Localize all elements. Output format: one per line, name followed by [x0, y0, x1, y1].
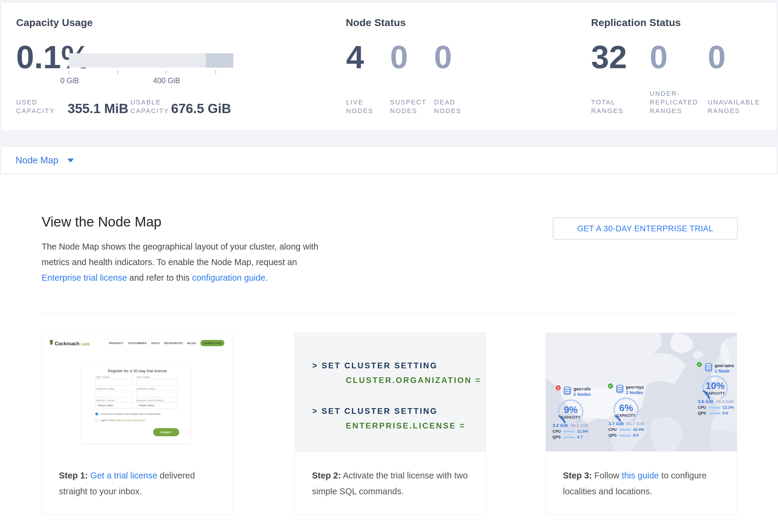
step2-thumbnail: > SET CLUSTER SETTING CLUSTER.ORGANIZATI…	[295, 333, 486, 452]
field-label: REASON FOR INTEREST	[136, 399, 177, 401]
sql-commands: > SET CLUSTER SETTING CLUSTER.ORGANIZATI…	[295, 333, 486, 451]
description-text: and refer to this	[127, 273, 192, 283]
brand-suffix: LABS	[81, 343, 90, 346]
step2-caption: Step 2: Activate the trial license with …	[295, 452, 486, 500]
nav-item: BLOG	[187, 342, 196, 345]
locality-name: geo=nyc	[626, 384, 644, 390]
node-map-thumbnail: 1 geo=sfo 2 Nodes 9%CAPACITY 3.2 GiB35.1…	[546, 333, 737, 452]
mini-site-nav: PRODUCT CUSTOMERS DOCS RESOURCES BLOG DO…	[109, 340, 224, 346]
step1-thumbnail: Cockroach LABS PRODUCT CUSTOMERS DOCS RE…	[42, 333, 233, 452]
qps-sparkline	[709, 411, 720, 415]
checked-checkbox-icon	[95, 412, 98, 415]
healthy-badge-icon: ✓	[607, 383, 614, 389]
enterprise-trial-license-link[interactable]: Enterprise trial license	[42, 273, 127, 283]
error-count-badge: 1	[555, 384, 561, 391]
used-capacity-value: 355.1 MiB	[68, 101, 128, 116]
capacity-percent: 6%	[611, 402, 641, 413]
chevron-down-icon	[67, 159, 74, 162]
axis-tick	[215, 70, 216, 75]
description-text: The Node Map shows the geographical layo…	[42, 242, 318, 267]
this-guide-link[interactable]: this guide	[622, 471, 659, 480]
license-agreement-link: Software License Agreement.	[114, 419, 146, 422]
replication-status-title: Replication Status	[591, 17, 681, 28]
step-label: Step 2:	[312, 471, 341, 480]
map-node-sfo: 1 geo=sfo 2 Nodes 9%CAPACITY 3.2 GiB35.1…	[555, 386, 591, 439]
step-label: Step 3:	[563, 471, 592, 480]
map-node-ams: ✓ geo=ams 1 Node 10%CAPACITY 3.6 GiB34.4…	[696, 363, 734, 415]
trial-license-form: Register for a 30-day trial license FIRS…	[81, 365, 191, 444]
locality-name: geo=sfo	[573, 386, 591, 391]
mini-site-header: Cockroach LABS PRODUCT CUSTOMERS DOCS RE…	[49, 339, 224, 347]
used-capacity-label: USED CAPACITY	[16, 98, 55, 115]
qps-sparkline	[619, 433, 631, 438]
qps-value: 4.7	[577, 435, 589, 439]
form-title: Register for a 30-day trial license	[95, 369, 179, 373]
locality-name: geo=ams	[715, 363, 734, 368]
section-divider	[42, 313, 736, 313]
live-nodes-count: 4	[346, 41, 364, 73]
cpu-sparkline	[563, 429, 575, 434]
qps-value: 0.0	[633, 433, 645, 438]
cpu-sparkline	[619, 428, 631, 432]
cpu-value: 12.3%	[722, 405, 734, 409]
dead-nodes-label: DEAD NODES	[434, 98, 461, 115]
company-name-field	[95, 390, 134, 397]
total-ranges-count: 32	[591, 41, 627, 73]
capacity-gauge: 10%CAPACITY	[700, 373, 730, 403]
axis-tick-label: 0 GiB	[60, 76, 79, 85]
step1-card: Cockroach LABS PRODUCT CUSTOMERS DOCS RE…	[42, 333, 233, 514]
get-trial-license-link[interactable]: Get a trial license	[90, 471, 157, 480]
qps-sparkline	[563, 435, 575, 439]
live-nodes-label: LIVE NODES	[346, 98, 373, 115]
usable-capacity-label: USABLE CAPACITY	[131, 98, 169, 115]
configuration-guide-link[interactable]: configuration guide	[192, 273, 265, 283]
suspect-nodes-label: SUSPECT NODES	[390, 98, 426, 115]
cockroach-site-thumbnail: Cockroach LABS PRODUCT CUSTOMERS DOCS RE…	[42, 333, 233, 452]
download-button: DOWNLOAD	[201, 340, 224, 346]
submit-button: SUBMIT	[153, 428, 179, 436]
reason-select: Please Select	[136, 402, 177, 409]
email-updates-checkbox-row: I would like to receive email updates ab…	[95, 412, 179, 415]
sql-line: > SET CLUSTER SETTING	[312, 361, 486, 370]
usable-capacity-value: 676.5 GiB	[171, 101, 231, 116]
qps-value: 0.0	[722, 411, 734, 415]
checkbox-label: I would like to receive email updates ab…	[100, 412, 161, 415]
unavailable-ranges-count: 0	[708, 41, 726, 73]
axis-tick	[69, 70, 69, 75]
cockroach-labs-logo: Cockroach LABS	[49, 339, 90, 347]
node-map-dropdown[interactable]: Node Map	[15, 155, 74, 166]
nav-item: RESOURCES	[164, 342, 183, 345]
step3-card: 1 geo=sfo 2 Nodes 9%CAPACITY 3.2 GiB35.1…	[546, 333, 737, 514]
dead-nodes-count: 0	[434, 41, 452, 73]
axis-tick	[166, 70, 166, 75]
company-email-field	[136, 390, 177, 397]
locality-node-count: 2 Nodes	[573, 391, 591, 397]
capacity-percent: 10%	[700, 380, 730, 391]
first-name-field	[95, 379, 134, 386]
capacity-gauge: 6%CAPACITY	[611, 395, 641, 425]
step1-caption: Step 1: Get a trial license delivered st…	[42, 452, 233, 500]
sql-line: ENTERPRISE.LICENSE =	[346, 421, 486, 431]
cpu-value: 42.5%	[633, 427, 645, 432]
total-ranges-label: TOTAL RANGES	[591, 98, 624, 115]
node-map-description: The Node Map shows the geographical layo…	[42, 239, 328, 286]
nav-item: DOCS	[151, 342, 160, 345]
node-status-title: Node Status	[346, 17, 406, 28]
locality-node-count: 2 Nodes	[626, 390, 644, 395]
project-phase-select: Please Select	[95, 402, 134, 409]
brand-name: Cockroach	[55, 341, 80, 347]
database-icon	[616, 384, 624, 393]
cluster-summary-panel: Capacity Usage 0.1% 0 GiB 400 GiB USED C…	[1, 2, 777, 131]
checkbox-label: I agree to the Software License Agreemen…	[100, 419, 146, 422]
sql-line: CLUSTER.ORGANIZATION =	[346, 376, 486, 385]
cpu-value: 11.0%	[577, 429, 589, 434]
axis-tick	[118, 70, 118, 75]
unavailable-ranges-label: UNAVAILABLE RANGES	[708, 98, 760, 115]
node-map-dropdown-label: Node Map	[15, 155, 58, 166]
unchecked-checkbox-icon	[95, 419, 98, 422]
step3-caption: Step 3: Follow this guide to configure l…	[546, 452, 737, 500]
cpu-sparkline	[709, 405, 720, 409]
license-agreement-checkbox-row: I agree to the Software License Agreemen…	[95, 419, 179, 422]
get-enterprise-trial-button[interactable]: GET A 30-DAY ENTERPRISE TRIAL	[553, 218, 737, 240]
capacity-percent: 9%	[556, 404, 586, 415]
